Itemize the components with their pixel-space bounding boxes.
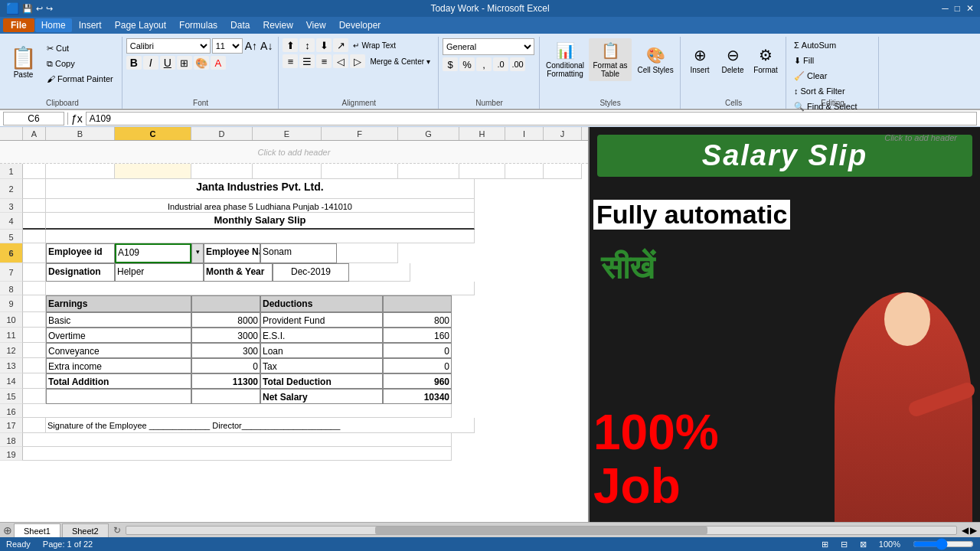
format-as-table-button[interactable]: 📋 Format as Table: [589, 38, 632, 81]
cell-desig-label[interactable]: Designation: [46, 263, 115, 282]
cell-deductions-header[interactable]: Deductions: [260, 295, 383, 312]
border-button[interactable]: ⊞: [177, 56, 192, 70]
cell-A3[interactable]: [23, 199, 46, 213]
sheet-tab-scroll-icon[interactable]: ↻: [113, 525, 121, 536]
cell-net-blank[interactable]: [46, 389, 191, 404]
cell-A14[interactable]: [23, 373, 46, 389]
col-header-B[interactable]: B: [46, 127, 115, 140]
cell-total-add-amt[interactable]: 11300: [191, 373, 260, 389]
col-header-C[interactable]: C: [115, 127, 191, 140]
menu-review[interactable]: Review: [256, 18, 299, 32]
cell-G7[interactable]: [349, 263, 410, 282]
scroll-left-btn[interactable]: ◀: [962, 525, 969, 536]
increase-font-btn[interactable]: A↑: [244, 39, 258, 53]
format-painter-button[interactable]: 🖌 Format Painter: [43, 72, 117, 86]
col-header-F[interactable]: F: [322, 127, 398, 140]
cell-A1[interactable]: [23, 164, 46, 179]
cell-B5[interactable]: [46, 230, 475, 243]
wrap-text-button[interactable]: ↵ Wrap Text: [350, 38, 399, 52]
cell-earning-conv-amt[interactable]: 300: [191, 343, 260, 358]
cell-B8[interactable]: [46, 282, 475, 295]
col-header-D[interactable]: D: [191, 127, 253, 140]
copy-button[interactable]: ⧉ Copy: [43, 57, 117, 70]
font-size-select[interactable]: 11: [212, 38, 243, 54]
cell-G6[interactable]: [337, 243, 398, 263]
cell-styles-button[interactable]: 🎨 Cell Styles: [634, 38, 677, 81]
delete-button[interactable]: ⊖ Delete: [717, 38, 748, 81]
cell-earnings-header[interactable]: Earnings: [46, 295, 191, 312]
cell-emp-id-label[interactable]: Employee id: [46, 243, 115, 263]
cell-net-blank2[interactable]: [191, 389, 260, 404]
cell-earning-ot-amt[interactable]: 3000: [191, 328, 260, 343]
cell-ded-tax[interactable]: Tax: [260, 358, 383, 373]
minimize-btn[interactable]: ─: [942, 3, 949, 14]
cell-net-label[interactable]: Net Salary: [260, 389, 383, 404]
cell-ded-pf-amt[interactable]: 800: [383, 312, 452, 328]
font-name-select[interactable]: Calibri: [126, 38, 211, 54]
cell-A9[interactable]: [23, 295, 46, 312]
format-button[interactable]: ⚙ Format: [750, 38, 781, 81]
menu-file[interactable]: File: [3, 18, 34, 32]
cell-earning-conv[interactable]: Conveyance: [46, 343, 191, 358]
menu-developer[interactable]: Developer: [333, 18, 387, 32]
cell-A8[interactable]: [23, 282, 46, 295]
cell-dropdown[interactable]: ▾: [191, 243, 204, 263]
sort-filter-button[interactable]: ↕ Sort & Filter: [790, 84, 874, 98]
cut-button[interactable]: ✂ Cut: [43, 41, 117, 55]
italic-button[interactable]: I: [143, 56, 158, 70]
cell-earning-extra-amt[interactable]: 0: [191, 358, 260, 373]
cell-A7[interactable]: [23, 263, 46, 282]
align-middle-btn[interactable]: ↕: [299, 38, 315, 52]
scrollbar-thumb[interactable]: [375, 527, 707, 534]
cell-net-val[interactable]: 10340: [383, 389, 452, 404]
decrease-font-btn[interactable]: A↓: [260, 39, 273, 53]
cell-A11[interactable]: [23, 328, 46, 343]
right-header-text[interactable]: Click to add header: [884, 133, 957, 142]
cell-ded-tax-amt[interactable]: 0: [383, 358, 452, 373]
cell-A10[interactable]: [23, 312, 46, 328]
cell-A12[interactable]: [23, 343, 46, 358]
align-center-btn[interactable]: ☰: [299, 54, 315, 68]
menu-view[interactable]: View: [300, 18, 332, 32]
cell-total-ded-amt[interactable]: 960: [383, 373, 452, 389]
align-bottom-btn[interactable]: ⬇: [316, 38, 332, 52]
text-angle-btn[interactable]: ↗: [333, 38, 348, 52]
increase-indent-btn[interactable]: ▷: [350, 54, 365, 68]
cell-slip-title[interactable]: Monthly Salary Slip: [46, 213, 475, 230]
cell-signature[interactable]: Signature of the Employee _____________ …: [46, 418, 475, 433]
cell-A4[interactable]: [23, 213, 46, 230]
cell-ded-pf[interactable]: Provident Fund: [260, 312, 383, 328]
cell-G1[interactable]: [398, 164, 459, 179]
cell-J1[interactable]: [544, 164, 582, 179]
percent-btn[interactable]: %: [459, 57, 475, 71]
cell-earning-ot[interactable]: Overtime: [46, 328, 191, 343]
horizontal-scrollbar[interactable]: [126, 526, 957, 535]
decrease-decimal-btn[interactable]: .0: [493, 57, 508, 71]
col-header-I[interactable]: I: [505, 127, 544, 140]
decrease-indent-btn[interactable]: ◁: [333, 54, 348, 68]
cell-A2[interactable]: [23, 179, 46, 199]
add-sheet-btn[interactable]: ⊕: [3, 524, 12, 536]
function-wizard-icon[interactable]: ƒx: [71, 112, 83, 125]
font-color-button[interactable]: A: [211, 56, 226, 70]
increase-decimal-btn[interactable]: .00: [510, 57, 525, 71]
cell-row16[interactable]: [23, 404, 452, 418]
cell-I1[interactable]: [505, 164, 544, 179]
col-header-J[interactable]: J: [544, 127, 582, 140]
close-btn[interactable]: ✕: [966, 3, 974, 14]
cell-H1[interactable]: [459, 164, 505, 179]
cell-total-add[interactable]: Total Addition: [46, 373, 191, 389]
conditional-formatting-button[interactable]: 📊 Conditional Formatting: [544, 38, 586, 81]
cell-total-ded[interactable]: Total Deduction: [260, 373, 383, 389]
page-break-view-btn[interactable]: ⊠: [860, 540, 867, 549]
page-layout-view-btn[interactable]: ⊟: [841, 540, 848, 549]
menu-insert[interactable]: Insert: [73, 18, 108, 32]
cell-ded-loan-amt[interactable]: 0: [383, 343, 452, 358]
cell-emp-name-val[interactable]: Sonam: [260, 243, 337, 263]
cell-address[interactable]: Industrial area phase 5 Ludhiana Punjab …: [46, 199, 475, 213]
fill-button[interactable]: ⬇ Fill: [790, 54, 874, 67]
currency-btn[interactable]: $: [443, 57, 458, 71]
cell-earning-basic-amt[interactable]: 8000: [191, 312, 260, 328]
comma-btn[interactable]: ,: [476, 57, 492, 71]
scroll-right-btn[interactable]: ▶: [970, 525, 977, 536]
